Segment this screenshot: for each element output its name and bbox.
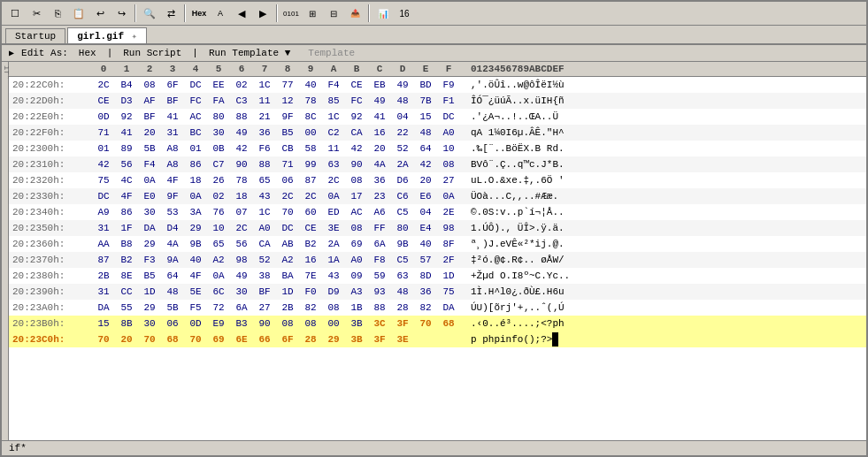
row-bytes[interactable]: 158B30060DE9B3900808003B3C3F7068 [92,316,464,331]
chart-button[interactable]: 📊 [373,4,393,23]
find-button[interactable]: 🔍 [140,4,159,23]
tab-bar: Startup girl.gif ✦ [2,26,866,45]
row-addr: 20:22F0h: [12,126,92,140]
row-bytes[interactable]: 31CC1D485E6C30BF1DF0D9A393483675 [92,285,464,299]
run-script-button[interactable]: Run Script [119,47,185,59]
row-addr: 20:2350h: [12,221,92,235]
toolbar: ☐ ✂ ⎘ 📋 ↩ ↪ 🔍 ⇄ Hex A ◀ ▶ 0101 ⊞ ⊟ 📤 📊 1… [2,2,866,26]
row-addr: 20:2360h: [12,237,92,251]
row-addr: 20:2380h: [12,269,92,283]
row-addr: 20:22D0h: [12,94,92,108]
row-bytes[interactable]: 754C0A4F1826786506872C0836D62027 [92,173,464,187]
row-bytes[interactable]: A98630533A76071C7060EDACA6C5042E [92,205,464,219]
replace-button[interactable]: ⇄ [161,4,181,23]
sep3 [276,4,278,22]
table-row: 20:2360h: AAB8294A9B6556CAABB22A696A9B40… [9,236,866,252]
table-row: 20:2380h: 2B8EB5644F0A4938BA7E430959638D… [9,268,866,284]
undo-button[interactable]: ↩ [90,4,110,23]
row-ascii: .‰[¨..BöËX.B Rd. [464,141,863,156]
row-bytes[interactable]: 7020706870696E666F28293B3F3E [92,332,464,347]
row-ascii: BVô¨.Ç..q™c.J*B. [464,157,863,171]
tab-pin-icon: ✦ [132,32,137,42]
hex-editor: if* 0 1 2 3 4 5 6 7 8 9 A B [2,62,866,440]
left-gutter: if* [2,62,9,440]
tab-girlgif[interactable]: girl.gif ✦ [67,27,146,43]
calc-button[interactable]: ⊞ [303,4,322,23]
prev-button[interactable]: ◀ [232,4,251,23]
table-row-last: 20:23C0h: 7020706870696E666F28293B3F3E p… [9,331,866,347]
row-bytes[interactable]: 71412031BC304936B500C2CA162248A0 [92,126,464,140]
row-bytes[interactable]: 87B2F39A40A29852A2161AA0F8C5572F [92,253,464,267]
row-ascii: p phpinfo();?> [464,332,863,347]
export-button[interactable]: 📤 [345,4,365,23]
run-template-button[interactable]: Run Template ▼ [205,47,294,59]
status-field: if* [9,443,27,453]
addr-header [12,64,92,74]
row-ascii: uL.O.&xe.‡,.6Ö ' [464,173,863,187]
row-bytes[interactable]: 311FDAD429102CA0DCCE3E08FF80E498 [92,221,464,235]
row-bytes[interactable]: AAB8294A9B6556CAABB22A696A9B408F [92,237,464,251]
row-ascii: qA 1¼0I6µ.ÂÊ."H^ [464,126,863,140]
row-ascii: .‹0..é³....;<?ph [464,316,863,331]
copy-hex-button[interactable]: ⊟ [324,4,343,23]
row-bytes[interactable]: 0D92BF41AC8088219F8C1C92410415DC [92,110,464,124]
sep2 [184,4,186,22]
row-addr: 20:22E0h: [12,110,92,124]
table-row: 20:23A0h: DA55295BF5726A272B82081B882882… [9,300,866,316]
copy-button[interactable]: ⎘ [48,4,67,23]
table-row: 20:2390h: 31CC1D485E6C30BF1DF0D9A3934836… [9,284,866,300]
row-addr: 20:22C0h: [12,78,92,92]
row-bytes[interactable]: CED3AFBFFCFAC311127885FC49487BF1 [92,94,464,108]
table-row: 20:23B0h: 158B30060DE9B3900808003B3C3F70… [9,316,866,331]
table-row: 20:2370h: 87B2F39A40A29852A2161AA0F8C557… [9,252,866,268]
edit-bar-div2: | [192,48,198,58]
tab-startup[interactable]: Startup [5,28,65,43]
next-button[interactable]: ▶ [253,4,273,23]
row-ascii: .'¿A¬..!..ŒA..Ü [464,110,863,124]
bytes-header: 0 1 2 3 4 5 6 7 8 9 A B C D E F [92,64,464,74]
row-addr: 20:2330h: [12,189,92,203]
edit-bar-arrow: ▶ [9,48,14,58]
sep1 [134,4,136,22]
template-label: Template [308,48,355,58]
row-bytes[interactable]: DA55295BF5726A272B82081B882882DA [92,301,464,315]
row-addr: 20:2370h: [12,253,92,267]
row-addr: 20:23B0h: [12,316,92,331]
row-bytes[interactable]: 2CB4086FDCEE021C7740F4CEEB49BDF9 [92,78,464,92]
row-ascii: ,'.öÛî..w@ôÎëI½ù [464,78,863,92]
table-row: 20:22E0h: 0D92BF41AC8088219F8C1C92410415… [9,109,866,125]
bin-button[interactable]: 0101 [281,4,301,23]
redo-button[interactable]: ↪ [111,4,131,23]
table-row: 20:2300h: 01895BA8010B42F6CB581142205264… [9,141,866,156]
edit-bar: ▶ Edit As: Hex | Run Script | Run Templa… [2,45,866,62]
row-bytes[interactable]: 01895BA8010B42F6CB58114220526410 [92,141,464,156]
row-addr: 20:23A0h: [12,301,92,315]
hex-mode-button[interactable]: Hex [189,4,209,23]
row-ascii: ©.0S:v..p`í¬¦Å.. [464,205,863,219]
row-bytes[interactable]: DC4FE09F0A0218432C2C0A1723C6E60A [92,189,464,203]
edit-as-label: Edit As: [21,48,68,58]
ansi-button[interactable]: A [211,4,230,23]
row-ascii: 1.ÚÔ)., ÜÎ>.ÿ.ä. [464,221,863,235]
new-button[interactable]: ☐ [5,4,25,23]
ascii-header: 0123456789ABCDEF [464,64,863,74]
status-bar: if* [2,440,866,455]
hex-column-header: 0 1 2 3 4 5 6 7 8 9 A B C D E F 0 [9,62,866,77]
hex-edit-button[interactable]: Hex [75,47,100,59]
row-addr: 20:2320h: [12,173,92,187]
row-bytes[interactable]: 2B8EB5644F0A4938BA7E430959638D1D [92,269,464,283]
table-row: 20:2310h: 4256F4A886C79088719963904A2A42… [9,156,866,172]
row-ascii: ÜOà...C,,..#Ææ. [464,189,863,203]
row-ascii: ª¸)J.eVÊ«²*ij.@. [464,237,863,251]
table-row: 20:2330h: DC4FE09F0A0218432C2C0A1723C6E6… [9,188,866,204]
row-bytes[interactable]: 4256F4A886C79088719963904A2A4208 [92,157,464,171]
table-row: 20:2320h: 754C0A4F1826786506872C0836D620… [9,172,866,188]
cut-button[interactable]: ✂ [27,4,46,23]
row-addr: 20:2310h: [12,157,92,171]
info-button[interactable]: 16 [395,4,414,23]
hex-content[interactable]: 0 1 2 3 4 5 6 7 8 9 A B C D E F 0 [9,62,866,440]
paste-button[interactable]: 📋 [69,4,88,23]
table-row: 20:22C0h: 2CB4086FDCEE021C7740F4CEEB49BD… [9,77,866,93]
row-addr: 20:2300h: [12,141,92,156]
row-ascii: ‡²ó.@¢.R¢.. øÅW/ [464,253,863,267]
